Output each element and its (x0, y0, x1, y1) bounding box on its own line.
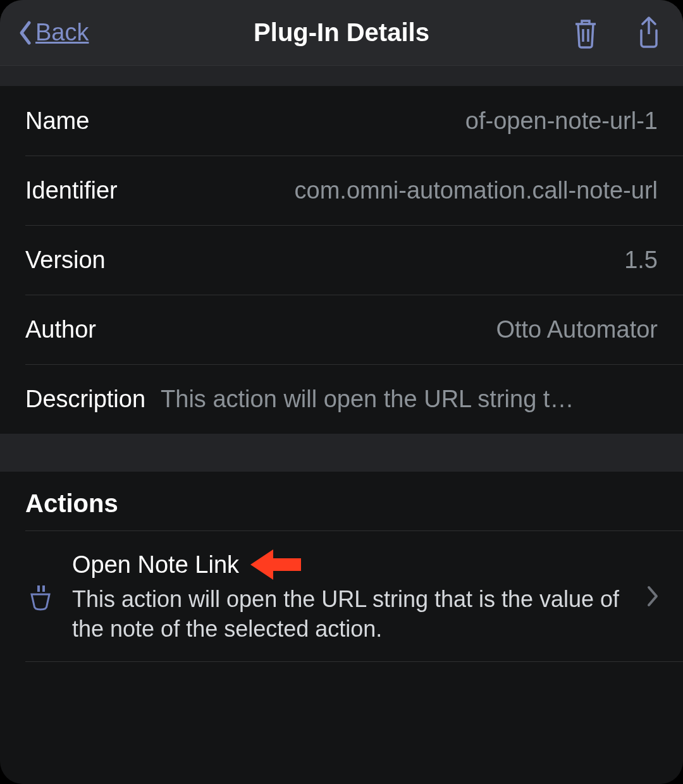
version-label: Version (25, 247, 106, 274)
identifier-label: Identifier (25, 177, 118, 204)
row-description: Description This action will open the UR… (0, 364, 683, 434)
author-value: Otto Automator (111, 316, 658, 343)
page-title: Plug-In Details (254, 18, 429, 47)
action-text: Open Note Link This action will open the… (72, 548, 640, 644)
plugin-action-icon (25, 580, 56, 612)
author-label: Author (25, 316, 96, 343)
actions-header: Actions (0, 472, 683, 530)
name-label: Name (25, 107, 89, 135)
row-author: Author Otto Automator (0, 295, 683, 364)
action-title: Open Note Link (72, 551, 239, 579)
details-section: Name of-open-note-url-1 Identifier com.o… (0, 86, 683, 434)
name-value: of-open-note-url-1 (104, 107, 658, 135)
navbar: Back Plug-In Details (0, 0, 683, 66)
svg-rect-1 (42, 585, 45, 592)
back-label: Back (35, 19, 89, 46)
row-version: Version 1.5 (0, 225, 683, 295)
annotation-arrow-icon (250, 548, 301, 581)
action-description: This action will open the URL string tha… (72, 585, 640, 644)
share-button[interactable] (632, 15, 665, 51)
row-identifier: Identifier com.omni-automation.call-note… (0, 156, 683, 225)
chevron-left-icon (18, 20, 33, 46)
action-row-open-note-link[interactable]: Open Note Link This action will open the… (0, 530, 683, 662)
section-gap (0, 434, 683, 472)
section-gap (0, 66, 683, 86)
nav-actions (569, 15, 665, 51)
back-button[interactable]: Back (18, 19, 89, 46)
version-value: 1.5 (121, 247, 658, 274)
plugin-details-sheet: Back Plug-In Details (0, 0, 683, 784)
svg-rect-0 (37, 585, 40, 592)
svg-marker-2 (250, 549, 301, 580)
identifier-value: com.omni-automation.call-note-url (133, 177, 658, 204)
chevron-right-icon (640, 585, 665, 608)
description-value: This action will open the URL string t… (161, 386, 658, 413)
row-name: Name of-open-note-url-1 (0, 86, 683, 156)
description-label: Description (25, 386, 145, 413)
trash-button[interactable] (569, 15, 602, 51)
